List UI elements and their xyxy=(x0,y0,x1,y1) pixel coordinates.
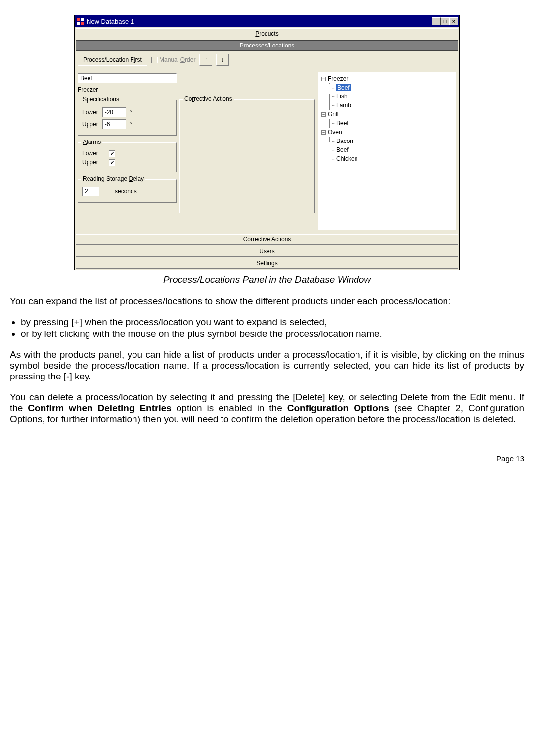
alarm-lower-checkbox[interactable]: ✔ xyxy=(109,150,115,157)
checkbox-icon xyxy=(151,57,158,63)
arrow-up-icon: ↑ xyxy=(204,56,207,63)
rsd-input[interactable] xyxy=(82,187,99,196)
page-number: Page 13 xyxy=(10,454,524,463)
process-location-first-button[interactable]: Process/Location First xyxy=(78,54,147,66)
toolbar: Process/Location First Manual Order ↑ ↓ xyxy=(76,52,458,68)
paragraph: You can delete a process/location by sel… xyxy=(10,392,524,425)
arrow-down-icon: ↓ xyxy=(221,56,224,63)
tab-processes-locations[interactable]: Processes/Locations xyxy=(76,40,458,51)
lower-label: Lower xyxy=(82,109,98,116)
upper-unit: °F xyxy=(130,121,136,128)
alarms-legend: Alarms xyxy=(81,139,102,145)
app-window: New Database 1 _ □ × Products Processes/… xyxy=(74,15,460,270)
figure-caption: Process/Locations Panel in the Database … xyxy=(10,274,524,285)
corrective-actions-group: Corrective Actions xyxy=(179,99,315,213)
name-input[interactable] xyxy=(78,73,177,83)
tree-node-oven-chicken[interactable]: Chicken xyxy=(336,155,357,162)
svg-rect-0 xyxy=(77,18,80,21)
close-button[interactable]: × xyxy=(449,17,458,25)
tree-node-oven-bacon[interactable]: Bacon xyxy=(336,138,353,144)
upper-label: Upper xyxy=(82,121,98,128)
svg-rect-2 xyxy=(77,22,80,25)
svg-rect-1 xyxy=(81,18,84,21)
tree-node-freezer-lamb[interactable]: Lamb xyxy=(336,102,351,109)
list-item: or by left clicking with the mouse on th… xyxy=(21,329,524,339)
paragraph: As with the products panel, you can hide… xyxy=(10,349,524,382)
tree-node-freezer[interactable]: Freezer xyxy=(328,75,348,82)
tree-node-freezer-beef[interactable]: Beef xyxy=(336,84,351,91)
bullet-list: by pressing [+] when the process/locatio… xyxy=(10,317,524,339)
move-up-button[interactable]: ↑ xyxy=(199,54,212,66)
minimize-button[interactable]: _ xyxy=(432,17,441,25)
location-label: Freezer xyxy=(78,86,177,93)
reading-storage-delay-group: Reading Storage Delay seconds xyxy=(78,179,177,203)
specifications-legend: Specifications xyxy=(81,96,121,103)
tab-products[interactable]: Products xyxy=(76,28,458,39)
tab-users[interactable]: Users xyxy=(76,246,458,257)
tree-node-oven[interactable]: Oven xyxy=(328,129,342,136)
move-down-button[interactable]: ↓ xyxy=(216,54,229,66)
maximize-button[interactable]: □ xyxy=(441,17,449,25)
window-title: New Database 1 xyxy=(87,18,134,25)
document-body: You can expand the list of processes/loc… xyxy=(10,296,524,425)
rsd-unit: seconds xyxy=(115,188,137,195)
alarm-upper-checkbox[interactable]: ✔ xyxy=(109,159,115,166)
tree-node-grill[interactable]: Grill xyxy=(328,111,338,118)
tree-collapse-icon[interactable]: − xyxy=(321,130,326,135)
manual-order-checkbox: Manual Order xyxy=(151,56,196,63)
app-icon xyxy=(77,17,85,25)
alarm-lower-label: Lower xyxy=(82,150,105,157)
tree-node-oven-beef[interactable]: Beef xyxy=(336,146,349,153)
tree-collapse-icon[interactable]: − xyxy=(321,112,326,117)
alarms-group: Alarms Lower ✔ Upper ✔ xyxy=(78,142,177,172)
tree-node-freezer-fish[interactable]: Fish xyxy=(336,93,348,100)
paragraph: You can expand the list of processes/loc… xyxy=(10,296,524,307)
tree-view[interactable]: −Freezer Beef Fish Lamb −Grill Beef −Ove… xyxy=(318,72,456,230)
tree-node-grill-beef[interactable]: Beef xyxy=(336,120,349,127)
upper-input[interactable] xyxy=(102,119,126,129)
alarm-upper-label: Upper xyxy=(82,159,105,166)
titlebar[interactable]: New Database 1 _ □ × xyxy=(75,15,459,27)
tab-corrective-actions[interactable]: Corrective Actions xyxy=(76,234,458,245)
specifications-group: Specifications Lower °F Upper °F xyxy=(78,100,177,136)
svg-rect-3 xyxy=(81,22,84,25)
list-item: by pressing [+] when the process/locatio… xyxy=(21,317,524,328)
corrective-actions-legend: Corrective Actions xyxy=(183,95,234,102)
lower-input[interactable] xyxy=(102,107,126,117)
lower-unit: °F xyxy=(130,109,136,116)
tab-settings[interactable]: Settings xyxy=(76,258,458,269)
tree-collapse-icon[interactable]: − xyxy=(321,77,326,81)
rsd-legend: Reading Storage Delay xyxy=(81,175,145,182)
